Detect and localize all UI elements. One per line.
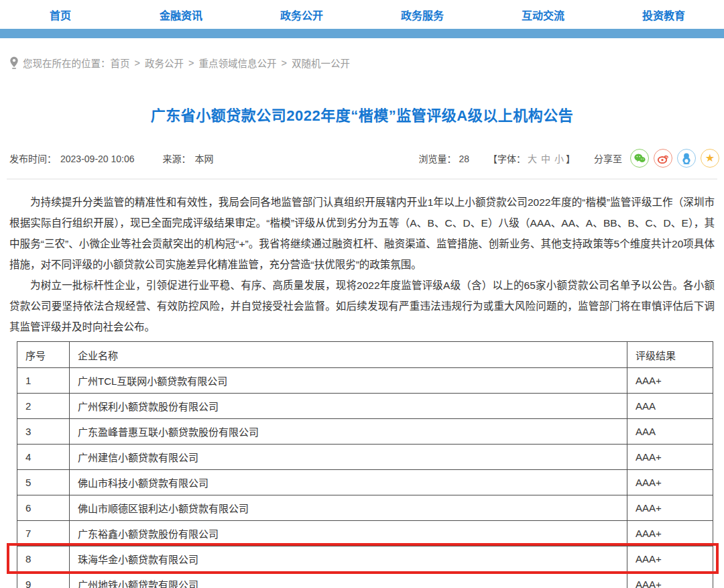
meta-divider bbox=[7, 178, 717, 180]
article-meta: 发布时间：2023-09-20 10:06 来源：本网 浏览量： 28 【字体：… bbox=[9, 149, 724, 168]
cell-no: 1 bbox=[17, 368, 70, 394]
breadcrumb-separator: > bbox=[281, 58, 286, 68]
share-icons: ★ bbox=[630, 149, 724, 168]
cell-rating: AAA bbox=[627, 394, 713, 419]
qq-icon[interactable] bbox=[677, 149, 696, 168]
font-size-small-button[interactable]: 小 bbox=[554, 154, 564, 164]
nav-item-investor-education[interactable]: 投资教育 bbox=[603, 7, 724, 23]
font-size-medium-button[interactable]: 中 bbox=[541, 154, 550, 164]
font-size-open-bracket: 【字体： bbox=[488, 154, 526, 164]
cell-rating: AAA+ bbox=[627, 521, 713, 546]
breadcrumb-home[interactable]: 首页 bbox=[111, 56, 130, 70]
table-row: 9 广州地铁小额贷款有限公司 AAA+ bbox=[17, 572, 713, 588]
table-row: 2 广州保利小额贷款股份有限公司 AAA bbox=[17, 394, 713, 419]
breadcrumb-prefix: 您现在所在的位置： bbox=[23, 56, 111, 70]
cell-no: 3 bbox=[17, 419, 70, 445]
cell-no: 9 bbox=[17, 572, 70, 588]
cell-no: 2 bbox=[17, 394, 70, 419]
table-row: 3 广东盈峰普惠互联小额贷款股份有限公司 AAA bbox=[17, 419, 713, 445]
cell-rating: AAA bbox=[627, 419, 713, 445]
wechat-icon[interactable] bbox=[630, 149, 649, 168]
cell-rating: AAA+ bbox=[627, 368, 713, 394]
breadcrumb: 您现在所在的位置： 首页 > 政务公开 > 重点领域信息公开 > 双随机一公开 bbox=[9, 56, 715, 70]
font-size-close-bracket: 】 bbox=[566, 154, 575, 164]
cell-rating: AAA+ bbox=[627, 470, 713, 495]
cell-rating: AAA+ bbox=[627, 572, 713, 588]
views: 浏览量： 28 bbox=[419, 152, 469, 165]
nav-underline-bar bbox=[0, 29, 724, 38]
table-row: 4 广州建信小额贷款有限公司 AAA+ bbox=[17, 445, 713, 470]
page-title: 广东省小额贷款公司2022年度“楷模”监管评级A级以上机构公告 bbox=[0, 103, 724, 125]
cell-company: 广州地铁小额贷款有限公司 bbox=[70, 572, 627, 588]
col-header-rating: 评级结果 bbox=[627, 342, 713, 368]
location-pin-icon bbox=[9, 56, 19, 69]
cell-company: 珠海华金小额贷款有限公司 bbox=[70, 546, 627, 572]
cell-company: 佛山市科技小额贷款有限公司 bbox=[70, 470, 627, 495]
cell-company: 广州保利小额贷款股份有限公司 bbox=[70, 394, 627, 419]
cell-company: 佛山市顺德区银利达小额贷款有限公司 bbox=[70, 495, 627, 521]
meta-left: 发布时间：2023-09-20 10:06 来源：本网 bbox=[9, 152, 217, 165]
nav-item-home[interactable]: 首页 bbox=[0, 7, 121, 23]
cell-rating: AAA+ bbox=[627, 495, 713, 521]
rating-table-wrap: 序号 企业名称 评级结果 1 广州TCL互联网小额贷款有限公司 AAA+ 2 广… bbox=[17, 341, 713, 588]
table-row: 6 佛山市顺德区银利达小额贷款有限公司 AAA+ bbox=[17, 495, 713, 521]
nav-item-interaction[interactable]: 互动交流 bbox=[483, 7, 603, 23]
cell-no: 5 bbox=[17, 470, 70, 495]
table-row: 7 广东裕鑫小额贷款股份有限公司 AAA+ bbox=[17, 521, 713, 546]
cell-no: 8 bbox=[17, 546, 70, 572]
breadcrumb-separator: > bbox=[188, 58, 194, 68]
table-header-row: 序号 企业名称 评级结果 bbox=[17, 342, 713, 368]
cell-company: 广东裕鑫小额贷款股份有限公司 bbox=[70, 521, 627, 546]
table-row: 1 广州TCL互联网小额贷款有限公司 AAA+ bbox=[17, 368, 713, 394]
cell-company: 广州建信小额贷款有限公司 bbox=[70, 445, 627, 470]
weibo-icon[interactable] bbox=[654, 149, 672, 168]
breadcrumb-gov-disclosure[interactable]: 政务公开 bbox=[145, 56, 184, 70]
font-size-large-button[interactable]: 大 bbox=[528, 154, 537, 164]
source-label: 来源： bbox=[162, 154, 190, 164]
cell-rating: AAA+ bbox=[627, 546, 713, 572]
views-count: 28 bbox=[459, 154, 469, 164]
share-label: 分享至 bbox=[594, 152, 622, 165]
col-header-no: 序号 bbox=[17, 342, 70, 368]
cell-no: 4 bbox=[17, 445, 70, 470]
breadcrumb-double-random[interactable]: 双随机一公开 bbox=[292, 56, 350, 70]
breadcrumb-key-info[interactable]: 重点领域信息公开 bbox=[198, 56, 276, 70]
cell-company: 广州TCL互联网小额贷款有限公司 bbox=[70, 368, 627, 394]
nav-item-finance-news[interactable]: 金融资讯 bbox=[121, 7, 241, 23]
top-nav: 首页 金融资讯 政务公开 政务服务 互动交流 投资教育 bbox=[0, 0, 724, 29]
table-row-highlighted: 8 珠海华金小额贷款有限公司 AAA+ bbox=[17, 546, 713, 572]
meta-right: 浏览量： 28 【字体：大中小】 分享至 bbox=[419, 149, 724, 168]
article-body: 为持续提升分类监管的精准性和有效性，我局会同各地监管部门认真组织开展辖内开业1年… bbox=[9, 192, 715, 337]
paragraph-1: 为持续提升分类监管的精准性和有效性，我局会同各地监管部门认真组织开展辖内开业1年… bbox=[9, 192, 715, 275]
nav-item-gov-disclosure[interactable]: 政务公开 bbox=[241, 7, 362, 23]
nav-item-gov-services[interactable]: 政务服务 bbox=[362, 7, 483, 23]
col-header-company: 企业名称 bbox=[70, 342, 627, 368]
paragraph-2: 为树立一批标杆性企业，引领促进行业平稳、有序、高质量发展，现将2022年度监管评… bbox=[9, 275, 715, 337]
cell-company: 广东盈峰普惠互联小额贷款股份有限公司 bbox=[70, 419, 627, 445]
publish-time-label: 发布时间： bbox=[9, 154, 56, 164]
table-row: 5 佛山市科技小额贷款有限公司 AAA+ bbox=[17, 470, 713, 495]
breadcrumb-separator: > bbox=[135, 58, 140, 68]
font-size-control: 【字体：大中小】 bbox=[488, 152, 575, 165]
source-value: 本网 bbox=[194, 154, 213, 164]
cell-no: 7 bbox=[17, 521, 70, 546]
rating-table: 序号 企业名称 评级结果 1 广州TCL互联网小额贷款有限公司 AAA+ 2 广… bbox=[17, 341, 713, 588]
publish-time-value: 2023-09-20 10:06 bbox=[60, 154, 135, 164]
cell-no: 6 bbox=[17, 495, 70, 521]
cell-rating: AAA+ bbox=[627, 445, 713, 470]
qzone-star-icon[interactable]: ★ bbox=[701, 149, 719, 168]
page: { "nav": { "items": ["首页", "金融资讯", "政务公开… bbox=[0, 0, 724, 588]
